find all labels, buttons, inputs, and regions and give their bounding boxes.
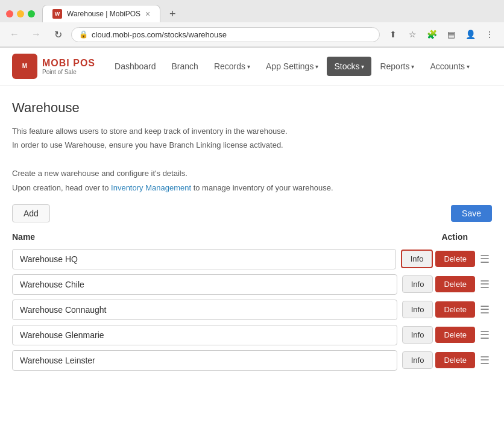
warehouse-name-input[interactable] bbox=[12, 350, 397, 371]
delete-button[interactable]: Delete bbox=[435, 251, 475, 267]
description-line4: Upon creation, head over to Inventory Ma… bbox=[12, 181, 492, 195]
profile-icon[interactable]: 👤 bbox=[462, 26, 479, 43]
tab-close-button[interactable]: × bbox=[145, 10, 150, 18]
app-settings-caret-icon: ▾ bbox=[315, 63, 318, 70]
warehouse-name-input[interactable] bbox=[12, 300, 397, 320]
active-tab[interactable]: W Warehouse | MobiPOS × bbox=[42, 5, 160, 22]
nav-item-stocks[interactable]: Stocks ▾ bbox=[327, 57, 371, 76]
share-icon[interactable]: ⬆ bbox=[385, 26, 402, 43]
browser-toolbar: ← → ↻ 🔒 cloud.mobi-pos.com/stocks/wareho… bbox=[0, 22, 504, 47]
warehouse-name-input[interactable] bbox=[12, 325, 397, 345]
info-button[interactable]: Info bbox=[401, 250, 433, 268]
description-line1: This feature allows users to store and k… bbox=[12, 124, 492, 138]
nav-item-reports[interactable]: Reports ▾ bbox=[373, 57, 421, 76]
delete-button[interactable]: Delete bbox=[435, 301, 475, 318]
logo-title: MOBI POS bbox=[42, 58, 95, 69]
table-row: InfoDelete☰ bbox=[12, 300, 492, 320]
accounts-caret-icon: ▾ bbox=[467, 63, 470, 70]
description-line3: Create a new warehouse and configure it'… bbox=[12, 166, 492, 180]
warehouse-name-input[interactable] bbox=[12, 249, 396, 269]
page-description: This feature allows users to store and k… bbox=[12, 124, 492, 195]
page-title: Warehouse bbox=[12, 100, 492, 116]
main-nav: Dashboard Branch Records ▾ App Settings … bbox=[107, 57, 477, 76]
traffic-lights bbox=[6, 10, 35, 17]
menu-icon[interactable]: ⋮ bbox=[481, 26, 498, 43]
table-actions: Add Save bbox=[12, 204, 492, 222]
drag-handle-icon[interactable]: ☰ bbox=[477, 301, 492, 319]
nav-item-app-settings[interactable]: App Settings ▾ bbox=[259, 57, 326, 76]
reload-button[interactable]: ↻ bbox=[49, 26, 66, 43]
new-tab-button[interactable]: + bbox=[164, 5, 181, 22]
table-row: InfoDelete☰ bbox=[12, 350, 492, 371]
records-caret-icon: ▾ bbox=[247, 63, 250, 70]
info-button[interactable]: Info bbox=[402, 275, 433, 293]
table-row: InfoDelete☰ bbox=[12, 274, 492, 295]
warehouse-list: InfoDelete☰InfoDelete☰InfoDelete☰InfoDel… bbox=[12, 249, 492, 371]
column-header-name: Name bbox=[12, 232, 35, 242]
logo-icon: M bbox=[12, 54, 37, 79]
back-button[interactable]: ← bbox=[6, 26, 23, 43]
info-button[interactable]: Info bbox=[402, 301, 433, 318]
delete-button[interactable]: Delete bbox=[435, 327, 475, 343]
inventory-management-link[interactable]: Inventory Management bbox=[111, 183, 191, 192]
nav-item-dashboard[interactable]: Dashboard bbox=[107, 57, 163, 76]
table-header: Name Action bbox=[12, 228, 492, 245]
info-button[interactable]: Info bbox=[402, 351, 433, 369]
table-row: InfoDelete☰ bbox=[12, 325, 492, 345]
minimize-traffic-light[interactable] bbox=[17, 10, 24, 17]
table-row: InfoDelete☰ bbox=[12, 249, 492, 269]
logo-text: MOBI POS Point of Sale bbox=[42, 58, 95, 75]
drag-handle-icon[interactable]: ☰ bbox=[477, 326, 492, 344]
add-button[interactable]: Add bbox=[12, 204, 50, 222]
action-group: InfoDelete☰ bbox=[401, 250, 492, 268]
drag-handle-icon[interactable]: ☰ bbox=[477, 351, 492, 369]
logo-icon-text: M bbox=[22, 63, 27, 70]
save-button[interactable]: Save bbox=[451, 205, 492, 222]
app-header: M MOBI POS Point of Sale Dashboard Branc… bbox=[0, 48, 504, 86]
logo-subtitle: Point of Sale bbox=[42, 69, 95, 75]
drag-handle-icon[interactable]: ☰ bbox=[477, 275, 492, 294]
main-content: Warehouse This feature allows users to s… bbox=[0, 86, 504, 390]
forward-button[interactable]: → bbox=[28, 26, 45, 43]
browser-titlebar: W Warehouse | MobiPOS × + bbox=[0, 0, 504, 22]
sidebar-icon[interactable]: ▤ bbox=[443, 26, 459, 43]
nav-item-branch[interactable]: Branch bbox=[165, 57, 206, 76]
action-group: InfoDelete☰ bbox=[402, 326, 492, 344]
action-group: InfoDelete☰ bbox=[402, 301, 492, 319]
logo: M MOBI POS Point of Sale bbox=[12, 54, 95, 79]
tab-favicon: W bbox=[52, 9, 62, 19]
close-traffic-light[interactable] bbox=[6, 10, 13, 17]
info-button[interactable]: Info bbox=[402, 326, 433, 344]
browser-toolbar-icons: ⬆ ☆ 🧩 ▤ 👤 ⋮ bbox=[385, 26, 498, 43]
nav-item-accounts[interactable]: Accounts ▾ bbox=[423, 57, 477, 76]
warehouse-name-input[interactable] bbox=[12, 274, 397, 295]
tab-bar: W Warehouse | MobiPOS × + bbox=[42, 5, 181, 22]
extensions-icon[interactable]: 🧩 bbox=[423, 26, 440, 43]
address-text: cloud.mobi-pos.com/stocks/warehouse bbox=[92, 30, 372, 39]
delete-button[interactable]: Delete bbox=[435, 352, 475, 368]
description-line2: In order to use Warehouse, ensure you ha… bbox=[12, 138, 492, 152]
bookmark-icon[interactable]: ☆ bbox=[404, 26, 421, 43]
drag-handle-icon[interactable]: ☰ bbox=[477, 250, 492, 268]
nav-item-records[interactable]: Records ▾ bbox=[207, 57, 257, 76]
reports-caret-icon: ▾ bbox=[411, 63, 414, 70]
browser-chrome: W Warehouse | MobiPOS × + ← → ↻ 🔒 cloud.… bbox=[0, 0, 504, 48]
action-group: InfoDelete☰ bbox=[402, 275, 492, 294]
tab-title: Warehouse | MobiPOS bbox=[67, 10, 140, 18]
delete-button[interactable]: Delete bbox=[435, 276, 475, 292]
maximize-traffic-light[interactable] bbox=[28, 10, 35, 17]
action-group: InfoDelete☰ bbox=[402, 351, 492, 369]
column-header-action: Action bbox=[441, 232, 492, 242]
description-line4-prefix: Upon creation, head over to bbox=[12, 183, 111, 192]
lock-icon: 🔒 bbox=[79, 30, 88, 39]
address-bar[interactable]: 🔒 cloud.mobi-pos.com/stocks/warehouse bbox=[71, 27, 380, 42]
stocks-caret-icon: ▾ bbox=[361, 63, 364, 70]
description-line4-suffix: to manage inventory of your warehouse. bbox=[191, 183, 333, 192]
